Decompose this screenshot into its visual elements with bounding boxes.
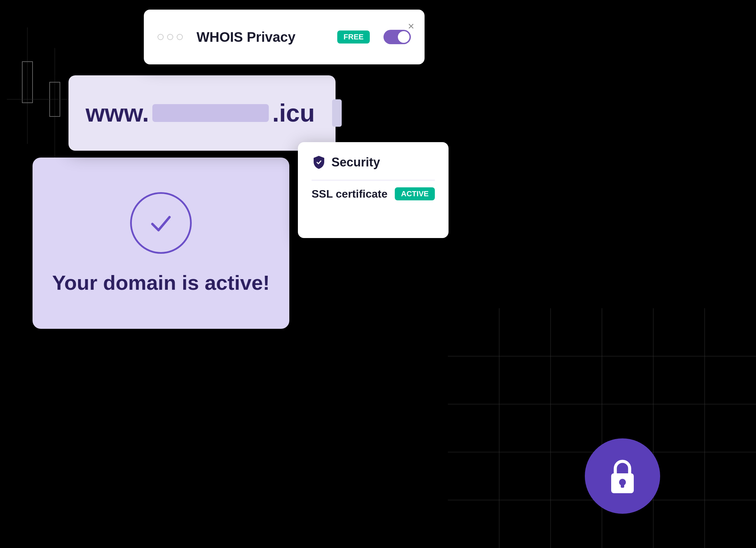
domain-active-card: Your domain is active! — [33, 158, 289, 329]
whois-toggle[interactable] — [383, 30, 411, 44]
domain-active-text: Your domain is active! — [52, 271, 270, 295]
shield-icon — [312, 155, 326, 170]
lock-circle — [585, 438, 660, 514]
grid-decoration: line { stroke: #2a2a2a; stroke-width: 1;… — [448, 308, 756, 548]
security-title: Security — [331, 155, 380, 170]
lock-icon — [604, 456, 641, 497]
checkmark-circle — [130, 192, 192, 254]
security-card: Security SSL certificate ACTIVE — [298, 142, 449, 238]
dot-1 — [158, 34, 164, 40]
card-divider — [312, 180, 435, 180]
close-button[interactable]: × — [408, 20, 414, 33]
domain-redacted — [152, 104, 269, 122]
ssl-row: SSL certificate ACTIVE — [312, 187, 435, 200]
ssl-label: SSL certificate — [312, 188, 388, 200]
scene: line { stroke: #2a2a2a; stroke-width: 1;… — [0, 0, 756, 548]
domain-card: www. .icu — [68, 75, 336, 151]
svg-rect-17 — [621, 482, 624, 488]
toggle-container[interactable] — [383, 30, 411, 44]
scroll-handle — [332, 99, 342, 127]
whois-privacy-card: WHOIS Privacy FREE × — [144, 10, 425, 64]
toggle-thumb — [398, 31, 410, 43]
free-badge: FREE — [337, 30, 370, 43]
dot-2 — [167, 34, 173, 40]
ssl-status-badge: ACTIVE — [395, 187, 435, 200]
domain-prefix: www. — [86, 99, 149, 127]
window-dots — [158, 34, 183, 40]
domain-suffix: .icu — [272, 99, 315, 127]
domain-text: www. .icu — [86, 99, 315, 127]
checkmark-icon — [146, 208, 176, 238]
dot-3 — [177, 34, 183, 40]
whois-title: WHOIS Privacy — [197, 29, 337, 45]
security-header: Security — [312, 155, 435, 170]
